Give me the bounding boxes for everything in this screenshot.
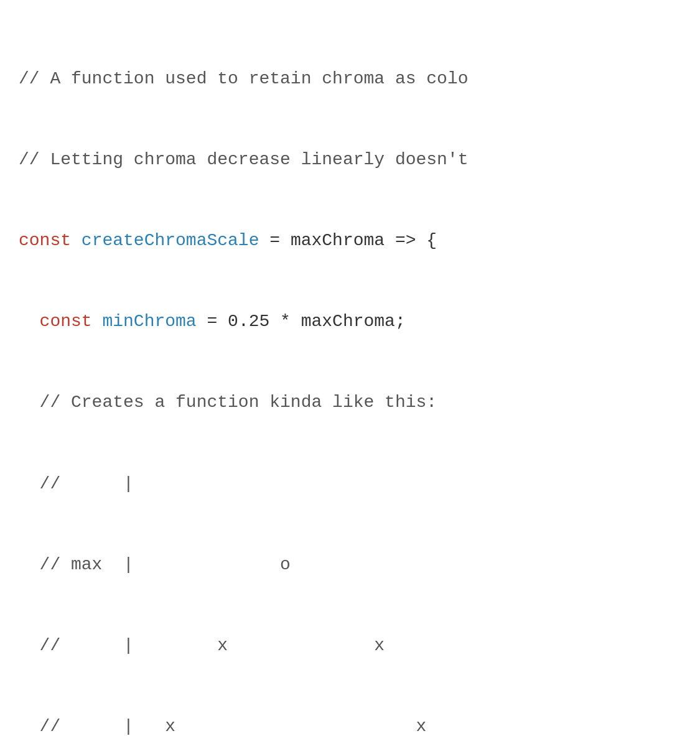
chart-line-4: // | x x <box>19 713 681 736</box>
comment-creates: // Creates a function kinda like this: <box>19 389 681 416</box>
comment-line-1: // A function used to retain chroma as c… <box>19 65 681 92</box>
line4-rest: = 0.25 * maxChroma; <box>197 312 406 331</box>
keyword-const-2: const <box>40 312 103 331</box>
comment-line-2: // Letting chroma decrease linearly does… <box>19 146 681 173</box>
chart-line-1: // | <box>19 470 681 497</box>
const-line-3: const createChromaScale = maxChroma => { <box>19 227 681 254</box>
func-name: createChromaScale <box>82 231 259 250</box>
code-block: // A function used to retain chroma as c… <box>19 11 681 736</box>
const-line-4: const minChroma = 0.25 * maxChroma; <box>19 308 681 335</box>
chart-line-3: // | x x <box>19 632 681 659</box>
indent-4 <box>19 312 40 331</box>
keyword-const: const <box>19 231 82 250</box>
chart-line-2: // max | o <box>19 551 681 578</box>
min-chroma-name: minChroma <box>102 312 196 331</box>
line3-rest: = maxChroma => { <box>259 231 437 250</box>
